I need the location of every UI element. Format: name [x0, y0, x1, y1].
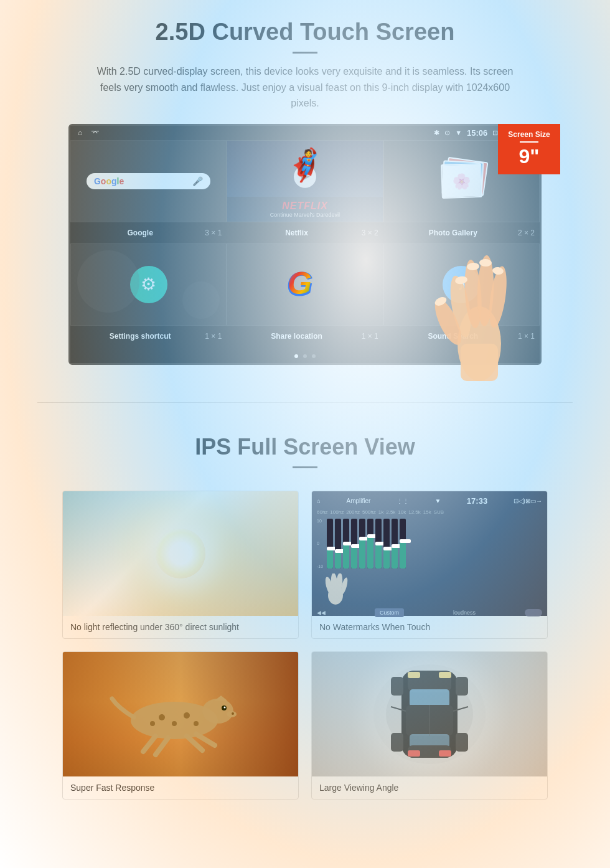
- svg-point-20: [202, 699, 233, 724]
- cheetah-container: [63, 652, 298, 776]
- svg-line-27: [156, 738, 168, 755]
- light-gradient: [62, 491, 299, 639]
- eq-bar-9: [392, 519, 398, 568]
- eq-bar-2: [335, 519, 341, 568]
- eq-bar-3: [343, 519, 349, 568]
- eq-bar-4: [351, 519, 357, 568]
- svg-point-34: [232, 712, 234, 715]
- svg-marker-32: [215, 696, 227, 701]
- cheetah-svg: [93, 671, 268, 758]
- svg-point-25: [194, 721, 199, 726]
- svg-point-33: [227, 711, 237, 717]
- daredevil-figure: 🦸: [286, 147, 324, 183]
- badge-label: Screen Size: [507, 130, 551, 139]
- cheetah-image: [63, 652, 298, 776]
- badge-divider: [520, 141, 538, 143]
- eq-bar-1: [327, 519, 333, 568]
- svg-line-29: [196, 734, 215, 745]
- eq-bar-8: [383, 519, 390, 568]
- ips-screen-section: IPS Full Screen View No light reflecting…: [0, 428, 610, 831]
- eq-bar-10: [400, 519, 406, 568]
- svg-point-31: [224, 706, 226, 708]
- eq-bar-7: [375, 519, 382, 568]
- eq-bar-6: [367, 519, 373, 568]
- sunlight-feature-card: No light reflecting under 360° direct su…: [62, 491, 299, 639]
- svg-point-22: [172, 721, 177, 726]
- feature-grid: No light reflecting under 360° direct su…: [37, 478, 573, 812]
- gmaps-logo-container: G G: [286, 262, 324, 308]
- sunlight-image: [63, 491, 298, 616]
- svg-line-26: [143, 736, 156, 752]
- gmaps-logo-svg: G G: [286, 262, 324, 305]
- svg-point-24: [150, 721, 155, 726]
- screen-size-badge: Screen Size 9": [498, 124, 560, 174]
- svg-point-21: [159, 714, 165, 720]
- eq-bar-5: [359, 519, 365, 568]
- badge-size: 9": [519, 145, 540, 167]
- svg-text:G: G: [288, 266, 312, 301]
- svg-point-23: [184, 712, 190, 719]
